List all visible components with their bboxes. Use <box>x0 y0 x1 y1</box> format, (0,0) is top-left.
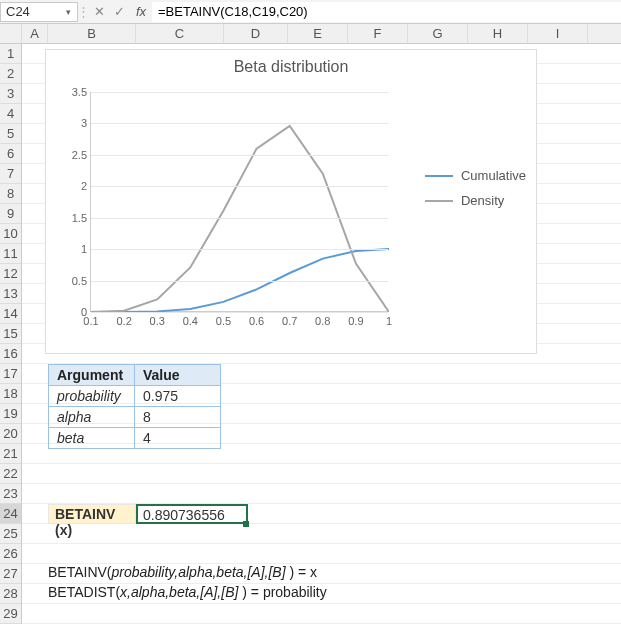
row-header[interactable]: 13 <box>0 284 21 304</box>
row-header[interactable]: 9 <box>0 204 21 224</box>
name-box[interactable]: C24 ▾ <box>0 2 78 22</box>
x-tick-label: 0.9 <box>348 315 363 327</box>
plot-svg <box>91 92 389 312</box>
y-tick-label: 3 <box>67 117 87 129</box>
row-header[interactable]: 29 <box>0 604 21 624</box>
row-header[interactable]: 23 <box>0 484 21 504</box>
col-header[interactable]: F <box>348 24 408 43</box>
cancel-icon[interactable]: ✕ <box>92 4 106 19</box>
row-header[interactable]: 12 <box>0 264 21 284</box>
gridline <box>91 249 388 250</box>
row-header[interactable]: 2 <box>0 64 21 84</box>
row-header[interactable]: 25 <box>0 524 21 544</box>
y-tick-label: 2.5 <box>67 149 87 161</box>
formula-input[interactable] <box>152 2 621 22</box>
gridline <box>91 312 388 313</box>
row-header[interactable]: 22 <box>0 464 21 484</box>
col-header[interactable]: B <box>48 24 136 43</box>
row-header[interactable]: 20 <box>0 424 21 444</box>
row-header[interactable]: 24 <box>0 504 21 524</box>
legend-label: Cumulative <box>461 168 526 183</box>
row-header[interactable]: 19 <box>0 404 21 424</box>
x-tick-label: 0.2 <box>116 315 131 327</box>
fn-name: BETADIST( <box>48 584 120 600</box>
gridline <box>91 155 388 156</box>
row-header[interactable]: 14 <box>0 304 21 324</box>
col-header[interactable]: E <box>288 24 348 43</box>
x-tick-label: 0.4 <box>183 315 198 327</box>
x-tick-label: 0.6 <box>249 315 264 327</box>
legend: Cumulative Density <box>425 158 526 218</box>
y-tick-label: 1 <box>67 243 87 255</box>
col-header[interactable]: H <box>468 24 528 43</box>
row-header[interactable]: 15 <box>0 324 21 344</box>
row-header[interactable]: 18 <box>0 384 21 404</box>
fx-icon[interactable]: fx <box>134 4 148 19</box>
signature-betainv: BETAINV(probability,alpha,beta,[A],[B] )… <box>48 564 317 580</box>
row-headers: 1234567891011121314151617181920212223242… <box>0 44 22 624</box>
col-header[interactable]: C <box>136 24 224 43</box>
row-header[interactable]: 27 <box>0 564 21 584</box>
gridline <box>91 218 388 219</box>
arg-value: 4 <box>135 428 221 449</box>
row-header[interactable]: 1 <box>0 44 21 64</box>
y-tick-label: 2 <box>67 180 87 192</box>
row-header[interactable]: 28 <box>0 584 21 604</box>
column-headers: A B C D E F G H I <box>0 24 621 44</box>
row-header[interactable]: 8 <box>0 184 21 204</box>
row-header[interactable]: 6 <box>0 144 21 164</box>
fill-handle[interactable] <box>243 521 249 527</box>
confirm-icon[interactable]: ✓ <box>112 4 126 19</box>
fn-args: x,alpha,beta,[A],[B] <box>120 584 238 600</box>
row-header[interactable]: 4 <box>0 104 21 124</box>
series-line <box>91 126 389 312</box>
th-value: Value <box>135 365 221 386</box>
args-table: Argument Value probability 0.975 alpha 8… <box>48 364 221 449</box>
formula-bar-buttons: ✕ ✓ fx <box>88 4 152 19</box>
col-header[interactable]: D <box>224 24 288 43</box>
y-tick-label: 1.5 <box>67 212 87 224</box>
table-row[interactable]: beta 4 <box>49 428 221 449</box>
row-header[interactable]: 11 <box>0 244 21 264</box>
x-tick-label: 0.3 <box>150 315 165 327</box>
col-header[interactable]: G <box>408 24 468 43</box>
active-cell[interactable]: 0.890736556 <box>136 504 248 524</box>
row-header[interactable]: 3 <box>0 84 21 104</box>
row-header[interactable]: 5 <box>0 124 21 144</box>
x-tick-label: 0.1 <box>83 315 98 327</box>
row-header[interactable]: 21 <box>0 444 21 464</box>
table-row[interactable]: probability 0.975 <box>49 386 221 407</box>
cell-reference: C24 <box>6 4 30 19</box>
result-label: BETAINV (x) <box>48 504 136 524</box>
arg-value: 8 <box>135 407 221 428</box>
row-header[interactable]: 17 <box>0 364 21 384</box>
row-header[interactable]: 10 <box>0 224 21 244</box>
x-tick-label: 0.8 <box>315 315 330 327</box>
arg-name: probability <box>49 386 135 407</box>
y-tick-label: 0.5 <box>67 275 87 287</box>
fn-args: probability,alpha,beta,[A],[B] <box>112 564 286 580</box>
legend-swatch <box>425 200 453 202</box>
cells-area[interactable]: Beta distribution 00.511.522.533.50.10.2… <box>22 44 621 624</box>
legend-swatch <box>425 175 453 177</box>
fn-tail: ) = x <box>286 564 318 580</box>
table-header-row: Argument Value <box>49 365 221 386</box>
gridline <box>91 186 388 187</box>
legend-item: Density <box>425 193 526 208</box>
row-header[interactable]: 7 <box>0 164 21 184</box>
signature-betadist: BETADIST(x,alpha,beta,[A],[B] ) = probab… <box>48 584 327 600</box>
col-header[interactable]: I <box>528 24 588 43</box>
row-header[interactable]: 26 <box>0 544 21 564</box>
arg-value: 0.975 <box>135 386 221 407</box>
th-argument: Argument <box>49 365 135 386</box>
gridline <box>91 92 388 93</box>
chart[interactable]: Beta distribution 00.511.522.533.50.10.2… <box>45 49 537 354</box>
col-header[interactable]: A <box>22 24 48 43</box>
formula-bar: C24 ▾ ⋮ ✕ ✓ fx <box>0 0 621 24</box>
table-row[interactable]: alpha 8 <box>49 407 221 428</box>
name-box-dropdown-icon[interactable]: ▾ <box>61 5 75 19</box>
fn-name: BETAINV( <box>48 564 112 580</box>
grid: 1234567891011121314151617181920212223242… <box>0 44 621 624</box>
row-header[interactable]: 16 <box>0 344 21 364</box>
select-all-corner[interactable] <box>0 24 22 43</box>
